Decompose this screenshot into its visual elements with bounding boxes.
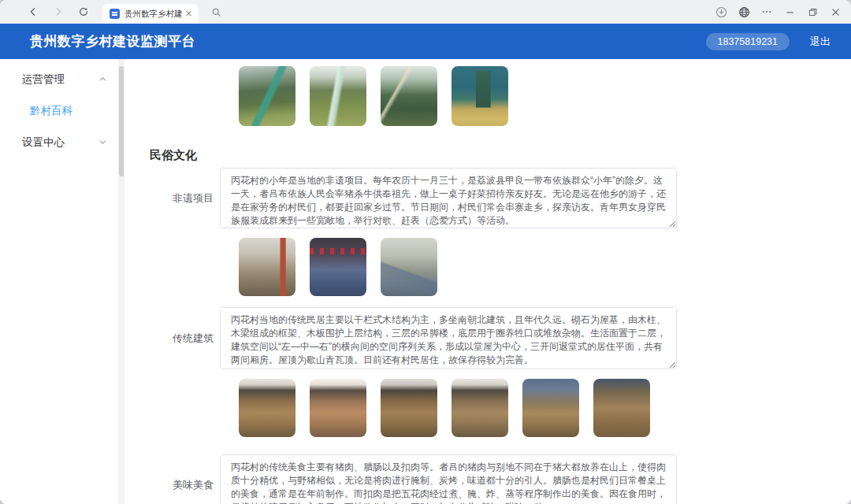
field-architecture-textarea[interactable]: 丙花村当地的传统民居主要以干栏式木结构为主，多坐南朝北建筑，且年代久远。砌石为屋… [220, 307, 677, 369]
close-icon[interactable] [829, 6, 842, 18]
main-content: 民俗文化 非遗项目 丙花村的小年是当地的非遗项目。每年农历十一月三十，是荔波县甲… [124, 59, 851, 504]
field-heritage-textarea[interactable]: 丙花村的小年是当地的非遗项目。每年农历十一月三十，是荔波县甲良一带布依族群众“小… [220, 168, 677, 228]
sidebar-item-village-wiki-label: 黔村百科 [30, 104, 72, 118]
sidebar-group-operations-label: 运营管理 [22, 72, 98, 87]
sidebar-group-settings[interactable]: 设置中心 [0, 128, 118, 157]
browser-tab[interactable]: 贵州数字乡村建设监测平台 ✕ [102, 4, 199, 24]
sidebar-item-village-wiki[interactable]: 黔村百科 [0, 97, 118, 125]
restore-icon[interactable] [806, 6, 819, 18]
chevron-up-icon [98, 74, 107, 86]
sidebar-group-operations[interactable]: 运营管理 [0, 65, 118, 94]
menu-ellipsis-icon[interactable] [760, 6, 773, 18]
sidebar: 运营管理 黔村百科 设置中心 [0, 59, 118, 504]
app-header: 贵州数字乡村建设监测平台 18375819231 退出 [0, 24, 851, 59]
minimize-icon[interactable] [783, 6, 796, 18]
stilt-house-photo[interactable] [310, 379, 366, 437]
user-phone-badge[interactable]: 18375819231 [706, 33, 790, 50]
field-heritage: 非遗项目 丙花村的小年是当地的非遗项目。每年农历十一月三十，是荔波县甲良一带布依… [124, 168, 851, 228]
field-food-label: 美味美食 [124, 478, 220, 492]
festival-photo[interactable] [310, 238, 366, 296]
field-food: 美味美食 丙花村的传统美食主要有猪肉、腊肠以及扣肉等。者吕的猪肉与别地不同在于猪… [124, 448, 851, 504]
forward-icon[interactable] [52, 6, 65, 18]
field-food-textarea[interactable]: 丙花村的传统美食主要有猪肉、腊肠以及扣肉等。者吕的猪肉与别地不同在于猪大都放养在… [220, 454, 677, 504]
back-icon[interactable] [27, 6, 39, 18]
content-scrollbar [118, 59, 124, 504]
scenery-photo-row [239, 66, 851, 126]
scenery-photo[interactable] [310, 66, 366, 126]
stilt-house-photo[interactable] [381, 379, 437, 437]
sidebar-group-settings-label: 设置中心 [22, 135, 98, 150]
search-icon[interactable] [210, 6, 222, 18]
tab-favicon-icon [110, 9, 120, 19]
browser-window: 贵州数字乡村建设监测平台 ✕ [0, 0, 851, 504]
tab-title: 贵州数字乡村建设监测平台 [124, 9, 182, 20]
stilt-house-photo[interactable] [522, 379, 579, 437]
festival-photo[interactable] [381, 238, 437, 296]
field-architecture-label: 传统建筑 [124, 332, 220, 346]
stilt-house-photo[interactable] [239, 379, 295, 437]
field-architecture: 传统建筑 丙花村当地的传统民居主要以干栏式木结构为主，多坐南朝北建筑，且年代久远… [124, 307, 851, 369]
globe-icon[interactable] [738, 6, 750, 18]
tab-close-icon[interactable]: ✕ [185, 9, 192, 18]
field-heritage-label: 非遗项目 [124, 191, 220, 206]
architecture-photo-row [239, 379, 851, 437]
stilt-house-photo[interactable] [593, 379, 650, 437]
festival-photo[interactable] [239, 238, 295, 296]
refresh-icon[interactable] [77, 6, 90, 18]
app-title: 贵州数字乡村建设监测平台 [30, 32, 195, 50]
festival-photo-row [239, 238, 851, 296]
section-title-folk-culture: 民俗文化 [150, 148, 851, 163]
scenery-photo[interactable] [381, 66, 437, 126]
scenery-photo[interactable] [452, 66, 508, 126]
logout-button[interactable]: 退出 [810, 35, 831, 49]
downloads-icon[interactable] [715, 6, 727, 18]
stilt-house-photo[interactable] [452, 379, 508, 437]
scrollbar-thumb[interactable] [119, 66, 124, 176]
chevron-down-icon [98, 137, 107, 149]
scenery-photo[interactable] [239, 66, 295, 126]
browser-toolbar: 贵州数字乡村建设监测平台 ✕ [0, 0, 851, 24]
